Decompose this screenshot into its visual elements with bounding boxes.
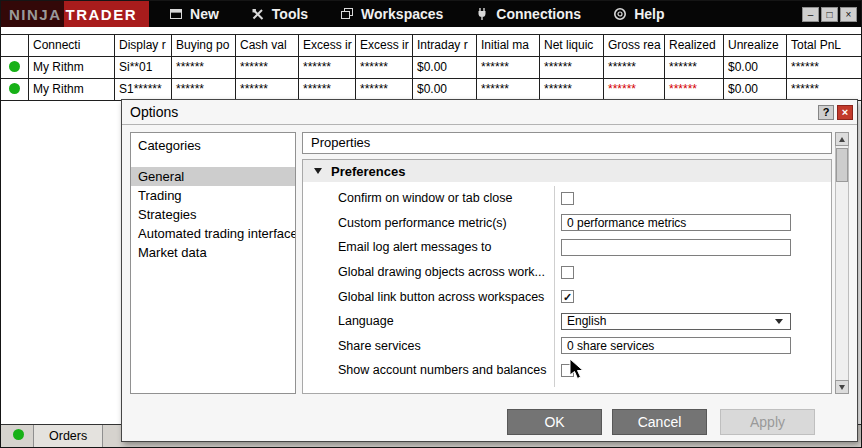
scroll-up-button[interactable] — [835, 132, 849, 146]
connection-status-cell — [1, 79, 29, 101]
global-drawing-objects-across-work-checkbox[interactable] — [561, 266, 574, 279]
new-window-icon — [169, 7, 183, 21]
property-row: Confirm on window or tab close — [303, 186, 831, 211]
property-row: Show account numbers and balances — [303, 358, 831, 383]
column-header[interactable]: Excess ir — [356, 35, 413, 57]
language-select[interactable]: English — [561, 313, 791, 330]
titlebar: NINJATRADER NewToolsWorkspacesConnection… — [1, 1, 861, 27]
table-cell: ****** — [236, 57, 299, 79]
table-cell: My Rithm — [29, 79, 115, 101]
table-cell: ****** — [172, 79, 236, 101]
cancel-button[interactable]: Cancel — [612, 409, 707, 435]
property-row: Global drawing objects across work... — [303, 260, 831, 285]
categories-header: Categories — [131, 133, 295, 153]
scrollbar-thumb[interactable] — [836, 148, 848, 182]
column-header[interactable]: Gross rea — [604, 35, 665, 57]
scrollbar-track[interactable] — [835, 146, 849, 380]
menu-tools[interactable]: Tools — [251, 6, 308, 22]
dialog-buttons: OKCancelApply — [507, 409, 815, 435]
property-row: Email log alert messages to — [303, 235, 831, 260]
menu-label: New — [190, 6, 219, 22]
triangle-down-icon — [839, 385, 845, 390]
accounts-table: ConnectiDisplay rBuying poCash valExcess… — [1, 34, 861, 101]
dialog-titlebar: Options ? × — [122, 100, 857, 125]
menu-workspaces[interactable]: Workspaces — [340, 6, 443, 22]
menu-bar: NewToolsWorkspacesConnectionsHelp — [169, 6, 664, 22]
status-dot — [13, 429, 24, 440]
column-header[interactable]: Initial ma — [477, 35, 540, 57]
property-label: Email log alert messages to — [303, 240, 554, 254]
table-cell: ****** — [299, 57, 356, 79]
property-row: Global link button across workspaces✓ — [303, 284, 831, 309]
category-item-strategies[interactable]: Strategies — [131, 205, 295, 224]
scroll-down-button[interactable] — [835, 380, 849, 394]
preferences-section-header[interactable]: Preferences — [303, 160, 831, 182]
table-cell: ****** — [236, 79, 299, 101]
show-account-numbers-and-balances-checkbox[interactable] — [561, 364, 574, 377]
properties-panel: Properties Preferences Confirm on window… — [302, 132, 849, 394]
table-cell: ****** — [477, 79, 540, 101]
category-item-market-data[interactable]: Market data — [131, 243, 295, 262]
column-header[interactable]: Realized — [665, 35, 724, 57]
column-header[interactable]: Buying po — [172, 35, 236, 57]
menu-help[interactable]: Help — [613, 6, 664, 22]
table-cell: S1****** — [115, 79, 172, 101]
table-cell: My Rithm — [29, 57, 115, 79]
logo-ninja-text: NINJA — [1, 1, 64, 27]
confirm-on-window-or-tab-close-checkbox[interactable] — [561, 192, 574, 205]
table-cell: ****** — [787, 79, 861, 101]
property-label: Global link button across workspaces — [303, 290, 554, 304]
column-header[interactable]: Intraday r — [413, 35, 477, 57]
property-label: Custom performance metric(s) — [303, 216, 554, 230]
column-header[interactable]: Unrealize — [724, 35, 787, 57]
email-log-alert-messages-to-field[interactable] — [561, 239, 791, 256]
workspaces-icon — [340, 7, 354, 21]
help-button[interactable]: ? — [818, 105, 834, 120]
table-cell: $0.00 — [724, 57, 787, 79]
table-cell: ****** — [665, 79, 724, 101]
column-header[interactable]: Excess ir — [299, 35, 356, 57]
menu-label: Connections — [496, 6, 581, 22]
category-item-automated-trading-interface[interactable]: Automated trading interface — [131, 224, 295, 243]
menu-connections[interactable]: Connections — [475, 6, 581, 22]
table-cell: ****** — [787, 57, 861, 79]
property-label: Share services — [303, 339, 554, 353]
options-dialog: Options ? × Categories GeneralTradingStr… — [121, 99, 858, 442]
ok-button[interactable]: OK — [507, 409, 602, 435]
property-row: Share services0 share services — [303, 334, 831, 359]
status-dot — [9, 61, 20, 72]
tab-orders[interactable]: Orders — [33, 425, 103, 447]
status-dot — [9, 83, 20, 94]
column-header[interactable]: Connecti — [29, 35, 115, 57]
table-cell: $0.00 — [413, 79, 477, 101]
categories-panel: Categories GeneralTradingStrategiesAutom… — [130, 132, 296, 394]
apply-button: Apply — [720, 409, 815, 435]
close-icon[interactable]: × — [837, 105, 853, 120]
column-header[interactable]: Net liquic — [540, 35, 604, 57]
column-header[interactable]: Display r — [115, 35, 172, 57]
custom-performance-metric-s-field[interactable]: 0 performance metrics — [561, 214, 791, 231]
category-item-trading[interactable]: Trading — [131, 186, 295, 205]
table-cell: $0.00 — [724, 79, 787, 101]
property-label: Global drawing objects across work... — [303, 265, 554, 279]
collapse-triangle-icon — [314, 168, 322, 174]
categories-list: GeneralTradingStrategiesAutomated tradin… — [131, 167, 295, 262]
maximize-button[interactable]: □ — [821, 7, 838, 22]
table-cell: ****** — [604, 57, 665, 79]
properties-scrollbar[interactable] — [835, 132, 849, 394]
table-cell: $0.00 — [413, 57, 477, 79]
logo-trader-text: TRADER — [64, 1, 150, 27]
close-button[interactable]: × — [840, 7, 857, 22]
column-header[interactable] — [1, 35, 29, 57]
table-cell: ****** — [477, 57, 540, 79]
help-icon — [613, 7, 627, 21]
table-cell: ****** — [540, 57, 604, 79]
menu-label: Help — [634, 6, 664, 22]
column-header[interactable]: Total PnL — [787, 35, 861, 57]
share-services-field[interactable]: 0 share services — [561, 337, 791, 354]
category-item-general[interactable]: General — [131, 167, 295, 186]
global-link-button-across-workspaces-checkbox[interactable]: ✓ — [561, 290, 574, 303]
column-header[interactable]: Cash val — [236, 35, 299, 57]
minimize-button[interactable]: – — [802, 7, 819, 22]
menu-new[interactable]: New — [169, 6, 219, 22]
